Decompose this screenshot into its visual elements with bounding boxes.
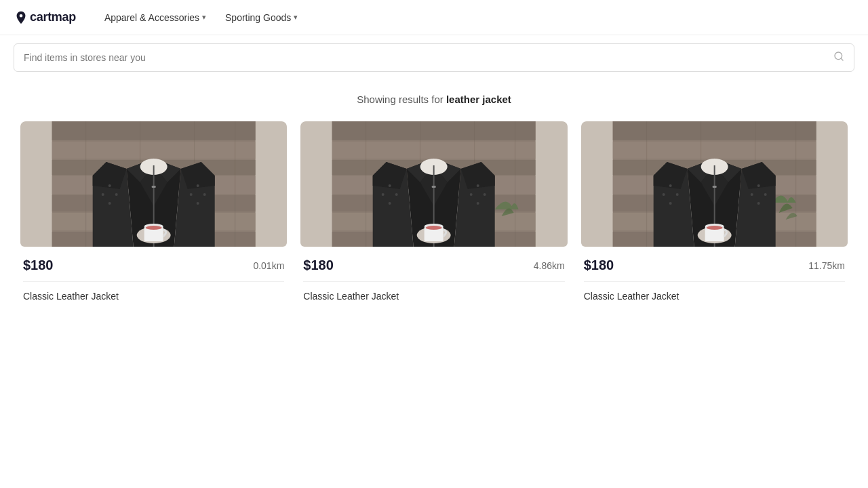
product-distance-1: 4.86km <box>534 260 565 271</box>
results-query: leather jacket <box>446 94 511 105</box>
svg-point-80 <box>675 193 678 196</box>
results-header: Showing results for leather jacket <box>20 94 848 105</box>
svg-point-89 <box>706 226 722 230</box>
product-info-2: $180 11.75km Classic Leather Jacket <box>581 247 848 310</box>
svg-point-26 <box>203 193 206 196</box>
product-price-2: $180 <box>584 258 614 273</box>
svg-point-53 <box>477 184 479 187</box>
logo-text: cartmap <box>30 10 76 24</box>
product-card-0[interactable]: $180 0.01km Classic Leather Jacket <box>20 121 287 310</box>
product-divider-1 <box>303 281 564 282</box>
svg-point-22 <box>115 193 118 196</box>
svg-point-79 <box>662 193 665 196</box>
svg-rect-33 <box>332 121 536 140</box>
search-input[interactable] <box>24 52 833 63</box>
svg-rect-4 <box>52 121 256 140</box>
svg-point-83 <box>750 193 753 196</box>
product-image-1 <box>300 121 567 247</box>
product-name-0: Classic Leather Jacket <box>23 291 119 302</box>
nav-apparel-accessories[interactable]: Apparel & Accessories ▾ <box>98 8 213 27</box>
cartmap-logo-icon <box>14 10 28 25</box>
product-image-0 <box>20 121 287 247</box>
svg-rect-19 <box>152 186 156 188</box>
svg-rect-62 <box>612 121 816 140</box>
svg-point-27 <box>197 202 199 205</box>
product-grid: $180 0.01km Classic Leather Jacket <box>20 121 848 310</box>
svg-rect-63 <box>612 142 816 159</box>
product-info-0: $180 0.01km Classic Leather Jacket <box>20 247 287 310</box>
svg-point-52 <box>389 202 391 205</box>
svg-point-85 <box>757 202 760 205</box>
product-name-1: Classic Leather Jacket <box>303 291 399 302</box>
search-bar-container <box>14 43 854 72</box>
product-divider-0 <box>23 281 284 282</box>
results-prefix: Showing results for <box>357 94 446 105</box>
results-section: Showing results for leather jacket <box>0 80 868 324</box>
nav-sporting-goods[interactable]: Sporting Goods ▾ <box>218 8 304 27</box>
svg-rect-34 <box>332 142 536 159</box>
svg-point-81 <box>669 202 671 205</box>
svg-point-20 <box>108 184 111 187</box>
svg-point-51 <box>395 193 398 196</box>
product-image-2 <box>581 121 848 247</box>
product-price-0: $180 <box>23 258 54 273</box>
search-bar-wrapper <box>0 35 868 80</box>
apparel-chevron-icon: ▾ <box>202 13 206 22</box>
header: cartmap Apparel & Accessories ▾ Sporting… <box>0 0 868 35</box>
svg-point-25 <box>190 193 193 196</box>
svg-line-2 <box>841 58 843 60</box>
svg-rect-5 <box>52 142 256 159</box>
product-divider-2 <box>584 281 845 282</box>
svg-point-21 <box>102 193 104 196</box>
product-price-row-1: $180 4.86km <box>303 258 564 273</box>
product-distance-2: 11.75km <box>808 260 845 271</box>
product-card-1[interactable]: $180 4.86km Classic Leather Jacket <box>300 121 567 310</box>
svg-point-82 <box>757 184 760 187</box>
svg-point-84 <box>764 193 766 196</box>
nav-sporting-label: Sporting Goods <box>225 12 291 23</box>
svg-rect-77 <box>712 186 716 188</box>
main-nav: Apparel & Accessories ▾ Sporting Goods ▾ <box>98 8 304 27</box>
product-card-2[interactable]: $180 11.75km Classic Leather Jacket <box>581 121 848 310</box>
product-price-row-0: $180 0.01km <box>23 258 284 273</box>
logo[interactable]: cartmap <box>14 10 76 25</box>
product-distance-0: 0.01km <box>253 260 284 271</box>
product-price-row-2: $180 11.75km <box>584 258 845 273</box>
svg-rect-48 <box>432 186 436 188</box>
product-info-1: $180 4.86km Classic Leather Jacket <box>300 247 567 310</box>
svg-point-0 <box>20 14 23 17</box>
search-icon <box>833 51 844 64</box>
sporting-chevron-icon: ▾ <box>294 13 298 22</box>
svg-point-78 <box>669 184 671 187</box>
svg-point-49 <box>389 184 391 187</box>
svg-point-56 <box>477 202 479 205</box>
svg-point-50 <box>382 193 384 196</box>
product-price-1: $180 <box>303 258 334 273</box>
svg-point-23 <box>108 202 111 205</box>
svg-point-55 <box>484 193 486 196</box>
product-name-2: Classic Leather Jacket <box>584 291 679 302</box>
svg-point-60 <box>426 226 442 230</box>
svg-point-24 <box>197 184 199 187</box>
svg-point-31 <box>146 226 162 230</box>
svg-point-54 <box>470 193 473 196</box>
nav-apparel-label: Apparel & Accessories <box>104 12 199 23</box>
